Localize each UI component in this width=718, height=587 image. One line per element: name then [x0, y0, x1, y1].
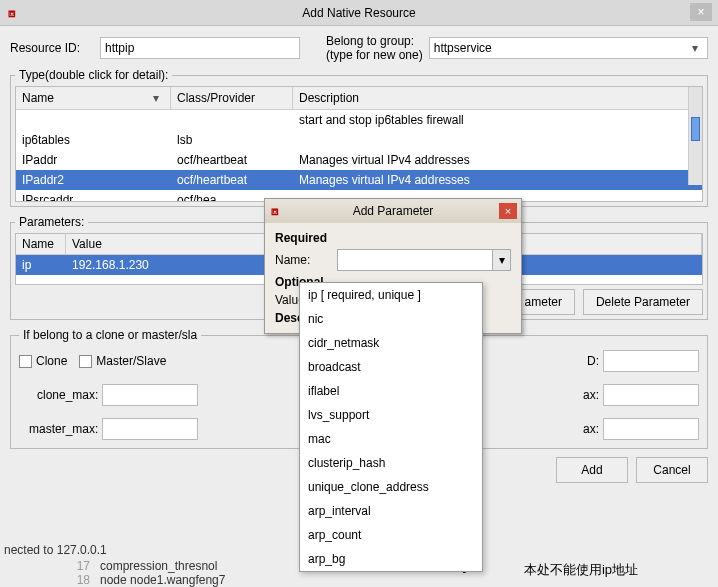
scroll-thumb[interactable] [691, 117, 700, 141]
master-max-input[interactable] [102, 418, 198, 440]
delete-parameter-button[interactable]: Delete Parameter [583, 289, 703, 315]
belong-group-value: httpservice [434, 41, 492, 55]
dropdown-item[interactable]: iflabel [300, 379, 482, 403]
ax-input-1[interactable] [603, 384, 699, 406]
window-titlebar: ⧈ Add Native Resource × [0, 0, 718, 26]
dialog-titlebar[interactable]: ⧈ Add Parameter × [265, 199, 521, 223]
dialog-close-button[interactable]: × [499, 203, 517, 219]
clone-max-label: clone_max: [37, 388, 98, 402]
clone-max-input[interactable] [102, 384, 198, 406]
required-heading: Required [275, 231, 511, 245]
close-button[interactable]: × [690, 3, 712, 21]
parameters-legend: Parameters: [15, 215, 88, 229]
dropdown-item[interactable]: clusterip_hash [300, 451, 482, 475]
dialog-icon: ⧈ [271, 204, 279, 218]
pcol-name[interactable]: Name [16, 234, 66, 254]
ax-input-2[interactable] [603, 418, 699, 440]
app-icon: ⧈ [8, 6, 16, 20]
table-row[interactable]: ip6tableslsb [16, 130, 702, 150]
ax-label-2: ax: [583, 422, 599, 436]
vertical-scrollbar[interactable] [688, 87, 702, 185]
resource-id-input[interactable] [100, 37, 300, 59]
type-fieldset: Type(double click for detail): Name▾ Cla… [10, 68, 708, 207]
dropdown-item[interactable]: arp_bg [300, 547, 482, 571]
type-table[interactable]: Name▾ Class/Provider Description start a… [15, 86, 703, 202]
master-slave-checkbox[interactable] [79, 355, 92, 368]
dropdown-item[interactable]: arp_interval [300, 499, 482, 523]
id-label: D: [587, 354, 599, 368]
ms-label: Master/Slave [96, 354, 166, 368]
resource-id-label: Resource ID: [10, 41, 94, 55]
belong-label-2: (type for new one) [326, 48, 423, 62]
dropdown-item[interactable]: broadcast [300, 355, 482, 379]
master-max-label: master_max: [29, 422, 98, 436]
dropdown-item[interactable]: lvs_support [300, 403, 482, 427]
dropdown-item[interactable]: nic [300, 307, 482, 331]
param-name-dropdown[interactable]: ip [ required, unique ] nic cidr_netmask… [299, 282, 483, 572]
cjk-note: 本处不能使用ip地址 [524, 561, 638, 579]
chevron-down-icon: ▾ [492, 250, 510, 270]
param-name-label: Name: [275, 253, 331, 267]
dropdown-item[interactable]: unique_clone_address [300, 475, 482, 499]
col-name[interactable]: Name▾ [16, 87, 171, 109]
col-desc[interactable]: Description [293, 87, 702, 109]
belong-group-combo[interactable]: httpservice ▾ [429, 37, 708, 59]
clone-legend: If belong to a clone or master/sla [19, 328, 201, 342]
add-button[interactable]: Add [556, 457, 628, 483]
ax-label-1: ax: [583, 388, 599, 402]
line-gutter: 1718 [56, 559, 90, 587]
clone-checkbox[interactable] [19, 355, 32, 368]
window-title: Add Native Resource [302, 6, 415, 20]
code-lines: compression_thresnol node node1.wangfeng… [100, 559, 225, 587]
dialog-title: Add Parameter [353, 204, 434, 218]
col-class[interactable]: Class/Provider [171, 87, 293, 109]
chevron-down-icon: ▾ [148, 91, 164, 105]
belong-label-1: Belong to group: [326, 34, 423, 48]
dropdown-item[interactable]: cidr_netmask [300, 331, 482, 355]
param-name-combo[interactable]: ▾ [337, 249, 511, 271]
dropdown-item[interactable]: arp_count [300, 523, 482, 547]
chevron-down-icon: ▾ [687, 41, 703, 55]
cancel-button[interactable]: Cancel [636, 457, 708, 483]
table-row[interactable]: IPaddrocf/heartbeatManages virtual IPv4 … [16, 150, 702, 170]
type-legend: Type(double click for detail): [15, 68, 172, 82]
clone-label: Clone [36, 354, 67, 368]
table-row-selected[interactable]: IPaddr2ocf/heartbeatManages virtual IPv4… [16, 170, 702, 190]
table-row[interactable]: start and stop ip6tables firewall [16, 110, 702, 130]
status-text: nected to 127.0.0.1 [0, 541, 111, 559]
dropdown-item[interactable]: ip [ required, unique ] [300, 283, 482, 307]
dropdown-item[interactable]: mac [300, 427, 482, 451]
id-input[interactable] [603, 350, 699, 372]
